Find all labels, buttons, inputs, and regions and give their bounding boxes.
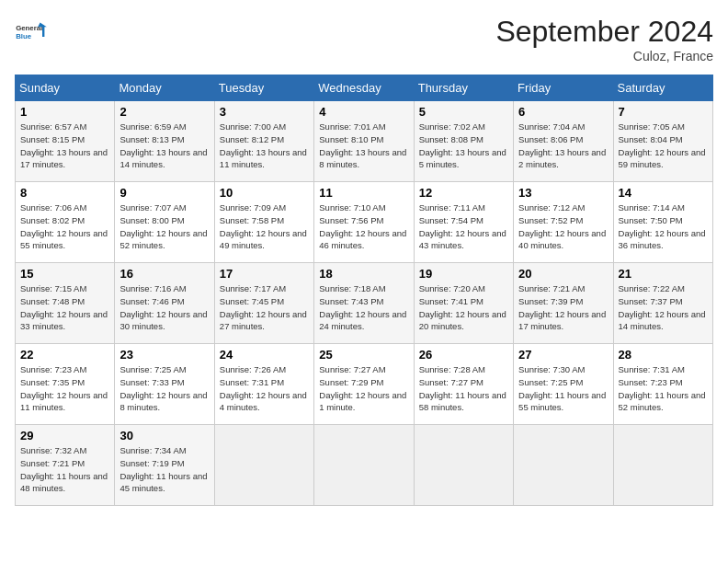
calendar-cell: 1 Sunrise: 6:57 AMSunset: 8:15 PMDayligh… [16,101,115,182]
day-info: Sunrise: 7:17 AMSunset: 7:45 PMDaylight:… [220,282,309,333]
calendar-cell: 21 Sunrise: 7:22 AMSunset: 7:37 PMDaylig… [613,263,712,344]
day-number: 25 [319,348,408,362]
calendar-cell: 10 Sunrise: 7:09 AMSunset: 7:58 PMDaylig… [214,182,313,263]
month-title: September 2024 [495,15,713,49]
day-info: Sunrise: 7:06 AMSunset: 8:02 PMDaylight:… [20,201,109,252]
calendar-cell: 15 Sunrise: 7:15 AMSunset: 7:48 PMDaylig… [16,263,115,344]
calendar-cell: 17 Sunrise: 7:17 AMSunset: 7:45 PMDaylig… [214,263,313,344]
day-info: Sunrise: 7:14 AMSunset: 7:50 PMDaylight:… [619,201,708,252]
calendar-cell: 5 Sunrise: 7:02 AMSunset: 8:08 PMDayligh… [414,101,513,182]
day-number: 4 [319,105,408,119]
day-info: Sunrise: 7:20 AMSunset: 7:41 PMDaylight:… [419,282,508,333]
day-number: 30 [119,429,209,442]
day-info: Sunrise: 7:21 AMSunset: 7:39 PMDaylight:… [518,282,608,333]
calendar-cell: 18 Sunrise: 7:18 AMSunset: 7:43 PMDaylig… [314,263,414,344]
day-info: Sunrise: 7:23 AMSunset: 7:35 PMDaylight:… [20,363,109,414]
day-number: 20 [518,267,608,281]
day-number: 23 [119,348,209,362]
location: Culoz, France [495,49,713,63]
day-info: Sunrise: 7:05 AMSunset: 8:04 PMDaylight:… [619,121,708,171]
calendar-cell: 13 Sunrise: 7:12 AMSunset: 7:52 PMDaylig… [514,182,613,263]
calendar-cell [613,425,712,506]
calendar-cell: 29 Sunrise: 7:32 AMSunset: 7:21 PMDaylig… [16,425,115,506]
day-number: 19 [419,267,508,281]
day-info: Sunrise: 7:07 AMSunset: 8:00 PMDaylight:… [119,201,209,252]
day-info: Sunrise: 7:00 AMSunset: 8:12 PMDaylight:… [220,121,309,171]
calendar-week-2: 8 Sunrise: 7:06 AMSunset: 8:02 PMDayligh… [16,182,713,263]
col-header-tuesday: Tuesday [214,75,313,101]
day-number: 13 [518,186,608,200]
col-header-thursday: Thursday [414,75,513,101]
day-info: Sunrise: 7:26 AMSunset: 7:31 PMDaylight:… [220,363,309,414]
calendar-cell: 11 Sunrise: 7:10 AMSunset: 7:56 PMDaylig… [314,182,414,263]
col-header-wednesday: Wednesday [314,75,414,101]
day-info: Sunrise: 7:02 AMSunset: 8:08 PMDaylight:… [419,121,508,171]
logo: General Blue [15,15,48,48]
calendar-cell: 26 Sunrise: 7:28 AMSunset: 7:27 PMDaylig… [414,344,513,425]
day-info: Sunrise: 7:31 AMSunset: 7:23 PMDaylight:… [619,363,708,414]
calendar-cell: 6 Sunrise: 7:04 AMSunset: 8:06 PMDayligh… [514,101,613,182]
day-info: Sunrise: 7:09 AMSunset: 7:58 PMDaylight:… [220,201,309,252]
col-header-friday: Friday [514,75,613,101]
calendar-cell [214,425,313,506]
calendar-cell [414,425,513,506]
calendar-cell [314,425,414,506]
day-number: 14 [619,186,708,200]
day-number: 9 [119,186,209,200]
day-info: Sunrise: 7:32 AMSunset: 7:21 PMDaylight:… [20,444,109,495]
day-info: Sunrise: 7:16 AMSunset: 7:46 PMDaylight:… [119,282,209,333]
day-info: Sunrise: 7:15 AMSunset: 7:48 PMDaylight:… [20,282,109,333]
calendar-cell: 4 Sunrise: 7:01 AMSunset: 8:10 PMDayligh… [314,101,414,182]
calendar-week-5: 29 Sunrise: 7:32 AMSunset: 7:21 PMDaylig… [16,425,713,506]
header: General Blue September 2024 Culoz, Franc… [15,15,713,63]
calendar-cell: 25 Sunrise: 7:27 AMSunset: 7:29 PMDaylig… [314,344,414,425]
day-number: 10 [220,186,309,200]
day-number: 15 [20,267,109,281]
logo-svg: General Blue [15,15,48,48]
day-info: Sunrise: 7:30 AMSunset: 7:25 PMDaylight:… [518,363,608,414]
day-number: 11 [319,186,408,200]
calendar-cell: 7 Sunrise: 7:05 AMSunset: 8:04 PMDayligh… [613,101,712,182]
day-number: 3 [220,105,309,119]
calendar-table: SundayMondayTuesdayWednesdayThursdayFrid… [15,75,713,506]
day-number: 2 [119,105,209,119]
day-number: 21 [619,267,708,281]
svg-text:Blue: Blue [16,32,32,40]
day-info: Sunrise: 7:10 AMSunset: 7:56 PMDaylight:… [319,201,408,252]
day-info: Sunrise: 7:04 AMSunset: 8:06 PMDaylight:… [518,121,608,171]
calendar-cell: 22 Sunrise: 7:23 AMSunset: 7:35 PMDaylig… [16,344,115,425]
day-number: 29 [20,429,109,442]
calendar-cell: 2 Sunrise: 6:59 AMSunset: 8:13 PMDayligh… [115,101,214,182]
day-number: 6 [518,105,608,119]
day-info: Sunrise: 6:57 AMSunset: 8:15 PMDaylight:… [20,121,109,171]
day-info: Sunrise: 7:11 AMSunset: 7:54 PMDaylight:… [419,201,508,252]
day-number: 8 [20,186,109,200]
day-number: 16 [119,267,209,281]
calendar-cell: 12 Sunrise: 7:11 AMSunset: 7:54 PMDaylig… [414,182,513,263]
day-info: Sunrise: 7:01 AMSunset: 8:10 PMDaylight:… [319,121,408,171]
day-info: Sunrise: 7:27 AMSunset: 7:29 PMDaylight:… [319,363,408,414]
col-header-monday: Monday [115,75,214,101]
calendar-cell: 3 Sunrise: 7:00 AMSunset: 8:12 PMDayligh… [214,101,313,182]
day-info: Sunrise: 6:59 AMSunset: 8:13 PMDaylight:… [119,121,209,171]
day-info: Sunrise: 7:34 AMSunset: 7:19 PMDaylight:… [119,444,209,495]
calendar-cell: 8 Sunrise: 7:06 AMSunset: 8:02 PMDayligh… [16,182,115,263]
calendar-week-3: 15 Sunrise: 7:15 AMSunset: 7:48 PMDaylig… [16,263,713,344]
calendar-cell [514,425,613,506]
calendar-cell: 20 Sunrise: 7:21 AMSunset: 7:39 PMDaylig… [514,263,613,344]
day-info: Sunrise: 7:22 AMSunset: 7:37 PMDaylight:… [619,282,708,333]
day-number: 26 [419,348,508,362]
day-number: 18 [319,267,408,281]
day-info: Sunrise: 7:18 AMSunset: 7:43 PMDaylight:… [319,282,408,333]
title-area: September 2024 Culoz, France [495,15,713,63]
calendar-cell: 30 Sunrise: 7:34 AMSunset: 7:19 PMDaylig… [115,425,214,506]
col-header-saturday: Saturday [613,75,712,101]
calendar-week-1: 1 Sunrise: 6:57 AMSunset: 8:15 PMDayligh… [16,101,713,182]
calendar-cell: 24 Sunrise: 7:26 AMSunset: 7:31 PMDaylig… [214,344,313,425]
calendar-cell: 28 Sunrise: 7:31 AMSunset: 7:23 PMDaylig… [613,344,712,425]
day-number: 5 [419,105,508,119]
calendar-cell: 23 Sunrise: 7:25 AMSunset: 7:33 PMDaylig… [115,344,214,425]
svg-text:General: General [16,24,42,32]
day-number: 22 [20,348,109,362]
calendar-cell: 9 Sunrise: 7:07 AMSunset: 8:00 PMDayligh… [115,182,214,263]
